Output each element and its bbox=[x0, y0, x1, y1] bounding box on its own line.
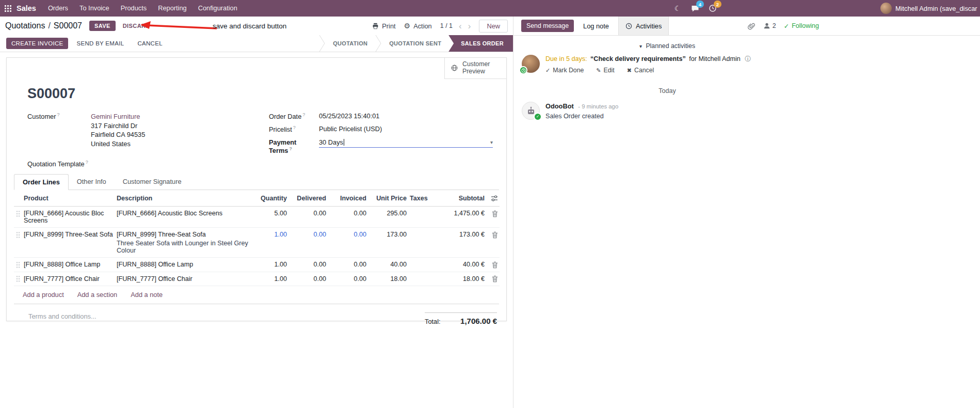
payment-terms-field[interactable]: 30 Days ▾ bbox=[319, 138, 493, 148]
new-button[interactable]: New bbox=[479, 20, 508, 33]
cell-unit-price[interactable]: 173.00 bbox=[368, 227, 408, 257]
cell-product[interactable]: [FURN_7777] Office Chair bbox=[22, 272, 115, 286]
row-handle-cell[interactable] bbox=[14, 272, 22, 286]
save-button[interactable]: SAVE bbox=[89, 21, 116, 31]
row-handle-cell[interactable] bbox=[14, 257, 22, 272]
send-message-button[interactable]: Send message bbox=[521, 20, 574, 32]
cell-invoiced[interactable]: 0.00 bbox=[328, 206, 368, 227]
cancel-button[interactable]: CANCEL bbox=[132, 38, 167, 49]
order-date-field[interactable]: 05/25/2023 15:40:01 bbox=[319, 112, 379, 120]
header-delivered[interactable]: Delivered bbox=[288, 190, 328, 206]
activities-tab[interactable]: Activities bbox=[618, 17, 669, 35]
header-description[interactable]: Description bbox=[115, 190, 258, 206]
cell-product[interactable]: [FURN_6666] Acoustic Bloc Screens bbox=[22, 206, 115, 227]
dark-mode-toggle[interactable]: ☾ bbox=[671, 0, 684, 17]
menu-to-invoice[interactable]: To Invoice bbox=[74, 0, 115, 17]
moon-icon: ☾ bbox=[674, 4, 681, 12]
cell-description[interactable]: [FURN_8888] Office Lamp bbox=[115, 257, 258, 272]
cell-invoiced[interactable]: 0.00 bbox=[328, 227, 368, 257]
order-line-row[interactable]: [FURN_6666] Acoustic Bloc Screens [FURN_… bbox=[14, 206, 500, 227]
tab-order-lines[interactable]: Order Lines bbox=[14, 174, 69, 190]
cell-description[interactable]: [FURN_8999] Three-Seat Sofa Three Seater… bbox=[115, 227, 258, 257]
pager-previous-icon[interactable]: ‹ bbox=[459, 22, 462, 30]
cell-quantity[interactable]: 1.00 bbox=[258, 227, 288, 257]
pricelist-field[interactable]: Public Pricelist (USD) bbox=[319, 125, 382, 133]
stage-quotation-sent[interactable]: QUOTATION SENT bbox=[382, 35, 448, 52]
app-name[interactable]: Sales bbox=[15, 4, 42, 12]
header-quantity[interactable]: Quantity bbox=[258, 190, 288, 206]
cell-description[interactable]: [FURN_6666] Acoustic Bloc Screens bbox=[115, 206, 258, 227]
print-button[interactable]: Print bbox=[372, 22, 395, 30]
cell-taxes[interactable] bbox=[408, 257, 437, 272]
customer-preview-button[interactable]: Customer Preview bbox=[444, 58, 506, 79]
pager-next-icon[interactable]: › bbox=[468, 22, 471, 30]
cell-delivered[interactable]: 0.00 bbox=[288, 206, 328, 227]
order-line-row[interactable]: [FURN_7777] Office Chair [FURN_7777] Off… bbox=[14, 272, 500, 286]
planned-activities-header[interactable]: ▾ Planned activities bbox=[513, 42, 821, 50]
send-by-email-button[interactable]: SEND BY EMAIL bbox=[71, 38, 129, 49]
header-product[interactable]: Product bbox=[22, 190, 115, 206]
add-a-section-link[interactable]: Add a section bbox=[77, 291, 118, 299]
add-a-product-link[interactable]: Add a product bbox=[23, 291, 64, 299]
menu-reporting[interactable]: Reporting bbox=[152, 0, 192, 17]
header-subtotal[interactable]: Subtotal bbox=[437, 190, 486, 206]
info-icon[interactable]: ⓘ bbox=[745, 55, 751, 62]
optional-columns-icon[interactable] bbox=[491, 194, 498, 202]
cell-taxes[interactable] bbox=[408, 206, 437, 227]
row-handle-cell[interactable] bbox=[14, 227, 22, 257]
menu-products[interactable]: Products bbox=[115, 0, 153, 17]
cell-taxes[interactable] bbox=[408, 227, 437, 257]
cell-unit-price[interactable]: 40.00 bbox=[368, 257, 408, 272]
add-a-note-link[interactable]: Add a note bbox=[131, 291, 163, 299]
attachments-button[interactable] bbox=[748, 22, 756, 30]
stage-sales-order[interactable]: SALES ORDER bbox=[448, 35, 513, 52]
cell-product[interactable]: [FURN_8888] Office Lamp bbox=[22, 257, 115, 272]
tab-other-info[interactable]: Other Info bbox=[69, 174, 115, 190]
cell-quantity[interactable]: 1.00 bbox=[258, 257, 288, 272]
menu-orders[interactable]: Orders bbox=[42, 0, 74, 17]
delete-line-icon[interactable] bbox=[492, 231, 498, 239]
action-button[interactable]: ⚙ Action bbox=[404, 22, 432, 30]
delete-line-icon[interactable] bbox=[492, 275, 498, 283]
cell-unit-price[interactable]: 18.00 bbox=[368, 272, 408, 286]
order-line-row[interactable]: [FURN_8888] Office Lamp [FURN_8888] Offi… bbox=[14, 257, 500, 272]
tab-customer-signature[interactable]: Customer Signature bbox=[115, 174, 190, 190]
cell-taxes[interactable] bbox=[408, 272, 437, 286]
action-label: Action bbox=[413, 22, 432, 30]
mark-done-button[interactable]: ✓ Mark Done bbox=[545, 67, 584, 74]
cell-invoiced[interactable]: 0.00 bbox=[328, 257, 368, 272]
header-unit-price[interactable]: Unit Price bbox=[368, 190, 408, 206]
following-button[interactable]: ✓ Following bbox=[784, 22, 819, 30]
cell-invoiced[interactable]: 0.00 bbox=[328, 272, 368, 286]
customer-link[interactable]: Gemini Furniture bbox=[91, 112, 145, 121]
cell-product[interactable]: [FURN_8999] Three-Seat Sofa bbox=[22, 227, 115, 257]
cell-quantity[interactable]: 5.00 bbox=[258, 206, 288, 227]
messages-tray-button[interactable]: 4 bbox=[688, 0, 702, 17]
followers-button[interactable]: 2 bbox=[763, 22, 776, 29]
menu-configuration[interactable]: Configuration bbox=[192, 0, 243, 17]
log-note-button[interactable]: Log note bbox=[583, 22, 609, 30]
cell-delivered[interactable]: 0.00 bbox=[288, 257, 328, 272]
user-menu[interactable]: Mitchell Admin (save_discar bbox=[880, 0, 977, 17]
cell-unit-price[interactable]: 295.00 bbox=[368, 206, 408, 227]
cell-description[interactable]: [FURN_7777] Office Chair bbox=[115, 272, 258, 286]
cell-delivered[interactable]: 0.00 bbox=[288, 227, 328, 257]
breadcrumb-quotations[interactable]: Quotations bbox=[5, 21, 45, 30]
order-line-row[interactable]: [FURN_8999] Three-Seat Sofa [FURN_8999] … bbox=[14, 227, 500, 257]
terms-placeholder[interactable]: Terms and conditions... bbox=[28, 312, 97, 325]
apps-menu-button[interactable] bbox=[0, 0, 15, 17]
edit-activity-button[interactable]: ✎ Edit bbox=[596, 67, 614, 74]
delete-line-icon[interactable] bbox=[492, 261, 498, 269]
dropdown-caret-icon[interactable]: ▾ bbox=[490, 139, 493, 145]
create-invoice-button[interactable]: CREATE INVOICE bbox=[6, 38, 68, 49]
delete-line-icon[interactable] bbox=[492, 210, 498, 217]
activities-tray-button[interactable]: 2 bbox=[706, 0, 719, 17]
header-invoiced[interactable]: Invoiced bbox=[328, 190, 368, 206]
cell-quantity[interactable]: 1.00 bbox=[258, 272, 288, 286]
cell-delivered[interactable]: 0.00 bbox=[288, 272, 328, 286]
header-taxes[interactable]: Taxes bbox=[408, 190, 437, 206]
row-handle-cell[interactable] bbox=[14, 206, 22, 227]
cancel-activity-button[interactable]: ✖ Cancel bbox=[627, 67, 654, 74]
stage-quotation[interactable]: QUOTATION bbox=[326, 35, 375, 52]
quotation-template-label: Quotation Template? bbox=[27, 160, 91, 168]
